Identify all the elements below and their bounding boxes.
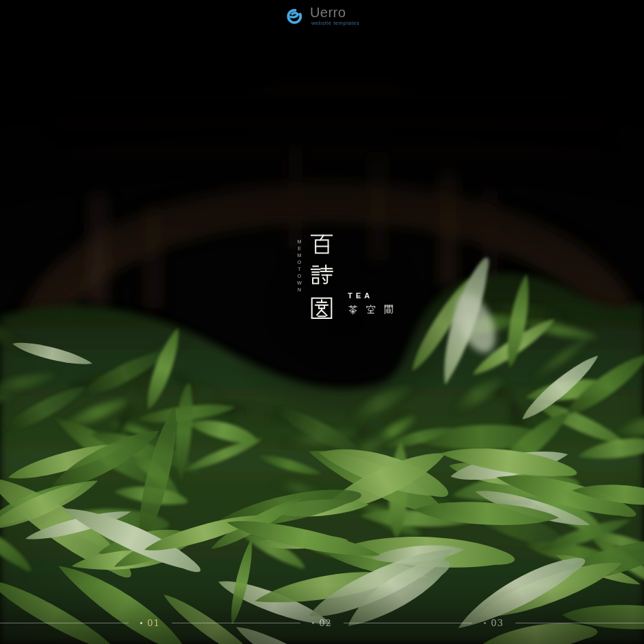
pagination-label: 02: [319, 618, 332, 628]
pagination-item-02[interactable]: 02: [300, 618, 344, 628]
pagination-dot-icon: [140, 622, 142, 624]
slider-pagination: 01 02 03: [0, 617, 644, 628]
landing-page: Uerro website templates MEMOTOWN 百詩園: [0, 0, 644, 644]
pagination-dot-icon: [312, 622, 314, 624]
pagination-line: [344, 623, 472, 623]
tea-leaves-photo: [0, 0, 644, 644]
pagination-line: [172, 623, 300, 623]
uerro-e-icon: [285, 5, 305, 26]
brand-name: Uerro: [310, 5, 359, 19]
pagination-label: 03: [491, 618, 504, 628]
pagination-label: 01: [147, 618, 160, 628]
brand-text: Uerro website templates: [310, 5, 359, 26]
pagination-item-01[interactable]: 01: [129, 618, 172, 628]
pagination-dot-icon: [484, 622, 486, 624]
uerro-logo[interactable]: Uerro website templates: [285, 5, 359, 26]
pagination-item-03[interactable]: 03: [472, 618, 515, 628]
pagination-line: [515, 623, 644, 623]
brand-tagline: website templates: [310, 21, 359, 26]
site-header: Uerro website templates: [0, 0, 644, 32]
pagination-line: [0, 623, 129, 623]
